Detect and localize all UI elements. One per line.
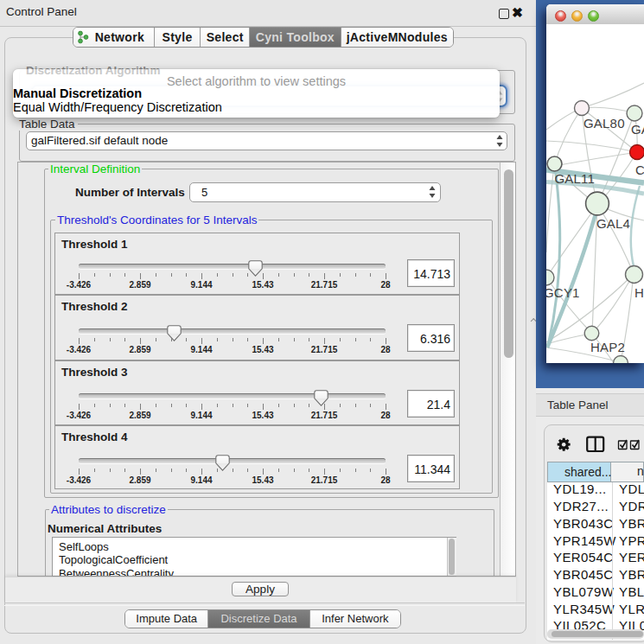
svg-text:GAL11: GAL11 bbox=[555, 171, 596, 186]
svg-text:GA: GA bbox=[631, 122, 644, 137]
svg-text:H: H bbox=[634, 285, 644, 300]
svg-text:C: C bbox=[635, 163, 644, 177]
svg-text:GAL4: GAL4 bbox=[596, 216, 630, 231]
svg-text:GCY1: GCY1 bbox=[546, 285, 580, 300]
svg-text:HAP2: HAP2 bbox=[590, 340, 625, 354]
svg-text:GAL80: GAL80 bbox=[583, 116, 625, 131]
